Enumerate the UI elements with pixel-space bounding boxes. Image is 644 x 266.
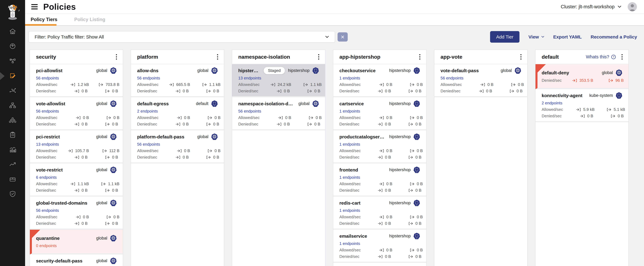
metric-row: Allowed/sec 0 B 0 B	[340, 248, 420, 252]
egress-value: 0 B	[314, 89, 320, 94]
tier-card-list: hipstershop-gh… Staged hipstershop ns 13…	[232, 64, 325, 266]
egress-icon	[98, 83, 104, 87]
help-icon: ?	[611, 54, 616, 60]
sidebar-item-policies[interactable]	[0, 69, 25, 84]
policy-card[interactable]: frontend hipstershop ns 1 endpoints Allo…	[333, 164, 426, 196]
endpoints-link[interactable]: 56 endpoints	[238, 109, 261, 114]
endpoints-link[interactable]: 2 endpoints	[542, 101, 562, 106]
kebab-menu-icon[interactable]	[316, 53, 321, 61]
sidebar-item-compliance-reports[interactable]	[0, 128, 25, 142]
cluster-selector[interactable]: Cluster: jlt-msft-workshop	[561, 4, 621, 10]
workloads-icon	[9, 116, 16, 124]
policy-card[interactable]: default-deny global Denied/sec 353.5 B 9…	[536, 64, 628, 89]
kebab-menu-icon[interactable]	[216, 53, 220, 61]
kebab-menu-icon[interactable]	[418, 53, 422, 61]
policy-card[interactable]: checkoutservice hipstershop ns 1 endpoin…	[333, 64, 426, 97]
policy-card[interactable]: pci-restrict global 13 endpoints Allowed…	[30, 130, 123, 164]
sidebar-item-workloads[interactable]	[0, 113, 25, 128]
policy-card[interactable]: global-trusted-domains global 56 endpoin…	[30, 196, 123, 230]
policy-card[interactable]: pci-allowlist global 56 endpoints Allowe…	[30, 64, 123, 97]
kebab-menu-icon[interactable]	[519, 53, 523, 61]
endpoints-link[interactable]: 56 endpoints	[137, 76, 160, 80]
sidebar-item-threat-defense[interactable]	[0, 187, 25, 202]
recommend-policy-button[interactable]: Recommend a Policy	[590, 34, 637, 40]
policy-card[interactable]: quarantine global 0 endpoints	[30, 230, 123, 254]
endpoints-link[interactable]: 56 endpoints	[36, 208, 59, 213]
endpoints-link[interactable]: 56 endpoints	[137, 142, 160, 147]
policy-card[interactable]: konnectivity-agent kube-system ns 2 endp…	[536, 89, 628, 122]
sidebar-item-dashboard[interactable]	[0, 39, 25, 54]
add-tier-button[interactable]: Add Tier	[490, 31, 520, 43]
home-icon	[9, 28, 16, 36]
sidebar-item-home[interactable]	[0, 24, 25, 39]
policy-card[interactable]: namespace-isolation-default-p… global 56…	[232, 97, 325, 130]
ingress-value: 0 B	[386, 248, 392, 252]
metric-label: Denied/sec	[36, 155, 56, 160]
tab-policy-tiers[interactable]: Policy Tiers	[31, 17, 57, 22]
metric-row: Denied/sec 0 B 0 B	[238, 122, 319, 126]
endpoints-link[interactable]: 2 endpoints	[137, 109, 158, 114]
metric-label: Allowed/sec	[137, 115, 158, 120]
metric-label: Allowed/sec	[238, 82, 260, 87]
policy-card[interactable]: allow-dns global 56 endpoints Allowed/se…	[131, 64, 224, 97]
ingress-icon	[379, 215, 384, 219]
menu-icon[interactable]	[31, 4, 38, 10]
endpoints-link[interactable]: 13 endpoints	[238, 76, 261, 80]
egress-icon	[105, 155, 110, 159]
kebab-menu-icon[interactable]	[114, 53, 118, 61]
policy-card[interactable]: vote-allowlist global 56 endpoints Allow…	[30, 97, 123, 130]
tab-policy-listing[interactable]: Policy Listing	[74, 17, 105, 22]
egress-icon	[408, 155, 414, 159]
sidebar-item-image-assurance[interactable]	[0, 172, 25, 187]
policy-card[interactable]: platform-default-pass global 56 endpoint…	[131, 130, 224, 164]
ingress-value: 5.9 kB	[583, 107, 594, 112]
metric-row: Allowed/sec 0 B 0 B	[36, 214, 117, 219]
export-yaml-button[interactable]: Export YAML	[553, 34, 582, 40]
endpoints-link[interactable]: 1 endpoints	[340, 142, 360, 147]
avatar[interactable]	[628, 2, 637, 12]
policy-card[interactable]: emailservice hipstershop ns 1 endpoints …	[333, 230, 426, 263]
sidebar-item-trends[interactable]	[0, 157, 25, 172]
policy-card[interactable]: vote-restrict global 6 endpoints Allowed…	[30, 164, 123, 196]
sidebar-item-network-flows[interactable]	[0, 84, 25, 98]
policy-card[interactable]: default-egress default ns 2 endpoints Al…	[131, 97, 224, 130]
policy-filter-dropdown[interactable]: Filter: Policy Traffic filter: Show All	[28, 31, 335, 43]
endpoints-link[interactable]: 1 endpoints	[340, 76, 360, 80]
policy-card[interactable]: productcatalogservice hipstershop ns 1 e…	[333, 130, 426, 164]
timeline-icon	[9, 146, 16, 154]
image-assurance-icon	[9, 176, 16, 183]
endpoints-link[interactable]: 1 endpoints	[340, 109, 360, 114]
clear-filter-button[interactable]: ×	[338, 32, 348, 42]
egress-value: 1.1 kB	[209, 82, 220, 87]
ingress-icon	[572, 78, 578, 82]
policy-name: frontend	[340, 167, 358, 172]
endpoints-link[interactable]: 56 endpoints	[36, 109, 59, 114]
policy-name: security-default-pass	[36, 258, 82, 264]
ingress-value: 0 B	[385, 221, 391, 226]
endpoints-link[interactable]: 6 endpoints	[36, 175, 57, 180]
policy-card[interactable]: redis-cart hipstershop ns 1 endpoints Al…	[333, 196, 426, 230]
policy-scope-label: global	[96, 134, 107, 139]
metric-rows: Allowed/sec 1.1 kB 1.1 kB Denied/sec 0 B…	[36, 182, 117, 193]
endpoints-link[interactable]: 1 endpoints	[340, 241, 360, 246]
egress-icon	[101, 182, 106, 186]
view-dropdown-button[interactable]: View	[528, 34, 544, 40]
sidebar-item-timeline[interactable]	[0, 142, 25, 157]
endpoints-link[interactable]: 56 endpoints	[36, 76, 59, 80]
metric-row: Allowed/sec 0 B 0 B	[137, 148, 218, 153]
policy-card[interactable]: hipstershop-gh… Staged hipstershop ns 13…	[232, 64, 325, 97]
endpoints-link[interactable]: 1 endpoints	[340, 175, 360, 180]
egress-icon	[105, 89, 110, 93]
policy-card[interactable]: cartservice hipstershop ns 1 endpoints A…	[333, 97, 426, 130]
ingress-value: 0 B	[385, 188, 391, 193]
tier-help-link[interactable]: Whats this? ?	[586, 54, 616, 60]
policy-card[interactable]: security-default-pass global	[30, 254, 123, 266]
endpoints-link[interactable]: 0 endpoints	[36, 243, 57, 248]
sidebar-item-topology[interactable]	[0, 98, 25, 113]
endpoints-link[interactable]: 56 endpoints	[440, 76, 464, 80]
endpoints-link[interactable]: 13 endpoints	[36, 142, 59, 147]
policy-card[interactable]: vote-default-pass global 56 endpoints Al…	[434, 64, 527, 97]
kebab-menu-icon[interactable]	[620, 53, 624, 61]
endpoints-link[interactable]: 1 endpoints	[340, 208, 360, 213]
sidebar-item-service-graph[interactable]	[0, 54, 25, 69]
